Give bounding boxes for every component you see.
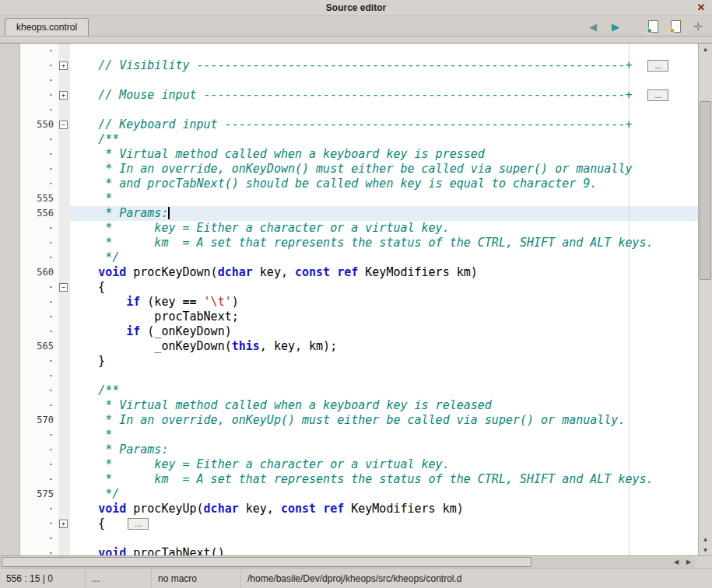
line-number: 555 bbox=[20, 191, 58, 206]
arrow-up-icon: ▲ bbox=[703, 46, 709, 53]
folded-code-box[interactable]: ... bbox=[647, 89, 668, 101]
line-dot: · bbox=[20, 132, 58, 147]
fold-margin bbox=[58, 295, 70, 310]
code-text[interactable]: // Visibility --------------------------… bbox=[70, 58, 698, 73]
code-text[interactable]: { bbox=[70, 280, 698, 295]
code-text[interactable]: * In an override, onKeyUp() must either … bbox=[70, 413, 698, 428]
code-text[interactable]: { ... bbox=[70, 516, 698, 531]
code-text[interactable]: * Virtual method called when a keyboard … bbox=[70, 398, 698, 413]
arrow-up-icon: ▲ bbox=[703, 536, 709, 543]
document-icon bbox=[671, 20, 681, 33]
code-text[interactable]: void procTabNext() bbox=[70, 546, 698, 555]
tab-kheops-control[interactable]: kheops.control bbox=[5, 18, 89, 36]
prev-location-button[interactable]: ◀ bbox=[585, 19, 601, 34]
code-text[interactable]: * bbox=[70, 428, 698, 443]
arrow-left-icon: ◀ bbox=[589, 21, 597, 33]
line-dot: · bbox=[20, 295, 58, 310]
horizontal-scroll-thumb[interactable] bbox=[2, 557, 531, 567]
code-text[interactable]: * Params: bbox=[70, 206, 698, 221]
fold-margin bbox=[58, 428, 70, 443]
line-dot: · bbox=[20, 177, 58, 191]
scroll-right-button[interactable]: ▶ bbox=[682, 556, 695, 568]
code-text[interactable] bbox=[70, 369, 698, 383]
vertical-scroll-track[interactable] bbox=[699, 54, 712, 534]
code-text[interactable]: * Virtual method called when a keyboard … bbox=[70, 147, 698, 162]
green-dot-icon bbox=[647, 28, 652, 33]
code-text[interactable]: /** bbox=[70, 132, 698, 147]
fold-collapse-box[interactable]: − bbox=[59, 121, 68, 129]
code-text[interactable]: } bbox=[70, 354, 698, 369]
document-action-green-button[interactable] bbox=[645, 19, 661, 34]
line-dot: · bbox=[20, 324, 58, 339]
code-text[interactable] bbox=[70, 103, 698, 117]
line-dot: · bbox=[20, 280, 58, 295]
code-text[interactable]: * km = A set that represents the status … bbox=[70, 236, 698, 250]
scroll-down-button[interactable]: ▼ bbox=[699, 544, 712, 555]
code-text[interactable]: * bbox=[70, 191, 698, 206]
close-button[interactable]: ✕ bbox=[695, 2, 707, 14]
line-dot: · bbox=[20, 383, 58, 398]
code-text[interactable]: * Params: bbox=[70, 443, 698, 457]
file-path-cell: /home/basile/Dev/dproj/kheops/src/kheops… bbox=[241, 569, 712, 588]
code-line: · * and procTabNext() should be called w… bbox=[20, 177, 698, 191]
code-text[interactable]: */ bbox=[70, 250, 698, 265]
horizontal-scroll-track[interactable] bbox=[0, 556, 670, 568]
scroll-left-button[interactable]: ◀ bbox=[670, 556, 682, 568]
tab-label: kheops.control bbox=[16, 22, 77, 33]
source-editor-window: Source editor ✕ kheops.control ◀ ▶ bbox=[0, 0, 712, 588]
code-line: · void procTabNext() bbox=[20, 546, 698, 555]
document-icon bbox=[648, 20, 658, 33]
code-line: · /** bbox=[20, 383, 698, 398]
code-text[interactable] bbox=[70, 44, 698, 58]
code-text[interactable]: // Keyboard input ----------------------… bbox=[70, 117, 698, 132]
code-text[interactable]: // Mouse input -------------------------… bbox=[70, 88, 698, 103]
fold-margin bbox=[58, 413, 70, 428]
fold-margin: + bbox=[58, 516, 70, 531]
code-text[interactable]: * key = Either a character or a virtual … bbox=[70, 221, 698, 236]
line-dot: · bbox=[20, 443, 58, 457]
horizontal-scrollbar[interactable]: ◀ ▶ bbox=[0, 555, 712, 568]
code-text[interactable]: if (key == '\t') bbox=[70, 295, 698, 310]
code-text[interactable]: procTabNext; bbox=[70, 310, 698, 324]
code-text[interactable]: */ bbox=[70, 487, 698, 502]
document-action-orange-button[interactable] bbox=[668, 19, 683, 34]
line-number: 565 bbox=[20, 339, 58, 354]
line-number: 550 bbox=[20, 117, 58, 132]
line-dot: · bbox=[20, 88, 58, 103]
scroll-up-button[interactable]: ▲ bbox=[699, 44, 712, 54]
fold-margin: + bbox=[58, 58, 70, 73]
code-text[interactable]: void procKeyDown(dchar key, const ref Ke… bbox=[70, 265, 698, 280]
code-text[interactable]: * In an override, onKeyDown() must eithe… bbox=[70, 162, 698, 177]
code-text[interactable] bbox=[70, 531, 698, 546]
line-dot: · bbox=[20, 428, 58, 443]
code-line: 550− // Keyboard input -----------------… bbox=[20, 117, 698, 132]
code-text[interactable]: /** bbox=[70, 383, 698, 398]
fold-margin bbox=[58, 472, 70, 487]
detach-button[interactable]: ✛ bbox=[690, 19, 706, 34]
scroll-up-button-2[interactable]: ▲ bbox=[699, 534, 712, 544]
code-line: 555 * bbox=[20, 191, 698, 206]
code-text[interactable]: * key = Either a character or a virtual … bbox=[70, 457, 698, 472]
code-text[interactable]: if (_onKeyDown) bbox=[70, 324, 698, 339]
line-number: 575 bbox=[20, 487, 58, 502]
code-text[interactable]: * km = A set that represents the status … bbox=[70, 472, 698, 487]
fold-expand-box[interactable]: + bbox=[59, 520, 68, 528]
fold-margin bbox=[58, 103, 70, 117]
fold-margin bbox=[58, 236, 70, 250]
fold-margin bbox=[58, 44, 70, 58]
fold-expand-box[interactable]: + bbox=[59, 91, 68, 100]
fold-expand-box[interactable]: + bbox=[59, 61, 68, 70]
code-text[interactable]: void procKeyUp(dchar key, const ref KeyM… bbox=[70, 502, 698, 516]
code-line: · * In an override, onKeyDown() must eit… bbox=[20, 162, 698, 177]
line-dot: · bbox=[20, 516, 58, 531]
code-text[interactable] bbox=[70, 73, 698, 88]
fold-collapse-box[interactable]: − bbox=[59, 283, 68, 292]
next-location-button[interactable]: ▶ bbox=[608, 19, 623, 34]
folded-code-box[interactable]: ... bbox=[128, 518, 149, 530]
code-text[interactable]: * and procTabNext() should be called whe… bbox=[70, 177, 698, 191]
code-line: · * km = A set that represents the statu… bbox=[20, 236, 698, 250]
code-text[interactable]: _onKeyDown(this, key, km); bbox=[70, 339, 698, 354]
vertical-scrollbar[interactable]: ▲ ▲ ▼ bbox=[698, 44, 712, 555]
vertical-scroll-thumb[interactable] bbox=[700, 101, 711, 280]
folded-code-box[interactable]: ... bbox=[647, 60, 668, 72]
